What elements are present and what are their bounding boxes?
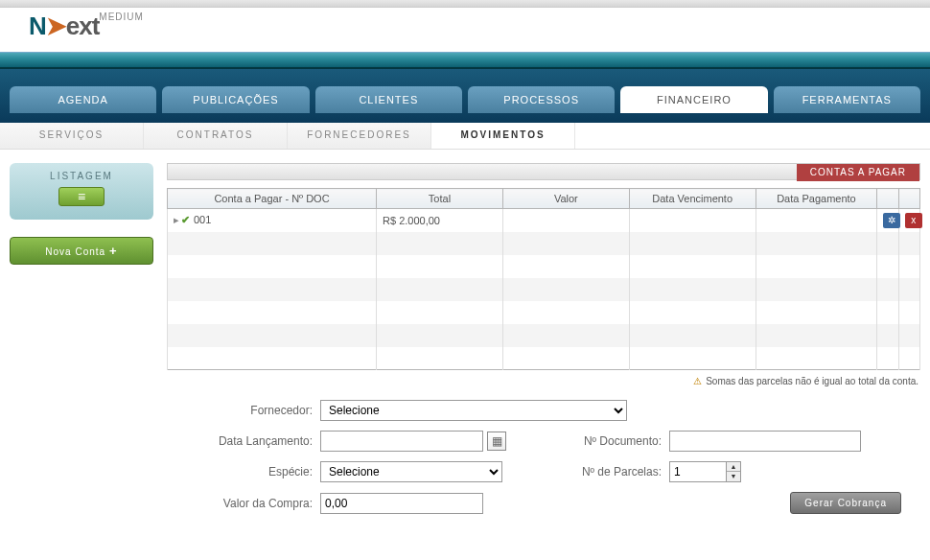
section-bar: CONTAS A PAGAR	[167, 163, 920, 180]
listagem-panel: LISTAGEM	[10, 163, 153, 220]
tab-ferramentas[interactable]: FERRAMENTAS	[774, 86, 920, 113]
logo-area: N➤extMEDIUM	[0, 8, 930, 52]
tab-publicacoes[interactable]: PUBLICAÇÕES	[162, 86, 309, 113]
expand-icon[interactable]: ▸	[174, 214, 179, 225]
calendar-icon[interactable]: ▦	[487, 432, 506, 451]
num-documento-input[interactable]	[669, 431, 861, 452]
spinner-up-icon[interactable]: ▲	[727, 462, 740, 472]
num-documento-label: Nº Documento:	[545, 434, 669, 448]
especie-label: Espécie:	[167, 465, 320, 478]
spinner-down-icon[interactable]: ▼	[727, 472, 740, 481]
valor-compra-label: Valor da Compra:	[167, 497, 320, 510]
check-icon: ✔	[181, 214, 190, 225]
num-parcelas-label: Nº de Parcelas:	[545, 465, 669, 478]
sub-nav: SERVIÇOS CONTRATOS FORNECEDORES MOVIMENT…	[0, 123, 930, 150]
tab-agenda[interactable]: AGENDA	[10, 86, 156, 113]
col-actions1	[877, 189, 898, 209]
delete-icon[interactable]: x	[905, 213, 922, 228]
tab-financeiro[interactable]: FINANCEIRO	[620, 86, 767, 113]
plus-icon: +	[109, 244, 118, 258]
fornecedor-label: Fornecedor:	[167, 404, 320, 417]
subtab-servicos[interactable]: SERVIÇOS	[0, 123, 144, 149]
tab-clientes[interactable]: CLIENTES	[315, 86, 462, 113]
contas-grid: Conta a Pagar - Nº DOC Total Valor Data …	[167, 188, 920, 370]
subtab-movimentos[interactable]: MOVIMENTOS	[431, 123, 575, 149]
warning-message: ⚠Somas das parcelas não é igual ao total…	[167, 376, 918, 386]
gear-icon[interactable]: ✲	[883, 213, 900, 228]
col-pag[interactable]: Data Pagamento	[756, 189, 877, 209]
tab-processos[interactable]: PROCESSOS	[468, 86, 615, 113]
num-parcelas-input[interactable]	[669, 461, 727, 482]
subtab-fornecedores[interactable]: FORNECEDORES	[288, 123, 431, 149]
logo: N➤extMEDIUM	[29, 12, 144, 40]
main-nav: AGENDA PUBLICAÇÕES CLIENTES PROCESSOS FI…	[10, 86, 920, 113]
section-title: CONTAS A PAGAR	[797, 164, 919, 181]
data-lancamento-input[interactable]	[320, 431, 483, 452]
warning-icon: ⚠	[693, 376, 702, 386]
col-venc[interactable]: Data Vencimento	[629, 189, 756, 209]
col-actions2	[898, 189, 919, 209]
listagem-title: LISTAGEM	[19, 171, 144, 181]
col-doc[interactable]: Conta a Pagar - Nº DOC	[168, 189, 377, 209]
data-lancamento-label: Data Lançamento:	[167, 434, 320, 448]
col-total[interactable]: Total	[377, 189, 503, 209]
especie-select[interactable]: Selecione	[320, 461, 502, 482]
subtab-contratos[interactable]: CONTRATOS	[144, 123, 288, 149]
nova-conta-button[interactable]: Nova Conta+	[10, 237, 153, 265]
gerar-cobranca-button[interactable]: Gerar Cobrança	[790, 492, 901, 514]
valor-compra-input[interactable]	[320, 493, 483, 514]
list-view-icon[interactable]	[58, 187, 105, 206]
col-valor[interactable]: Valor	[502, 189, 629, 209]
fornecedor-select[interactable]: Selecione	[320, 400, 627, 421]
table-row[interactable]: ▸✔001 R$ 2.000,00 ✲ x	[168, 209, 920, 232]
